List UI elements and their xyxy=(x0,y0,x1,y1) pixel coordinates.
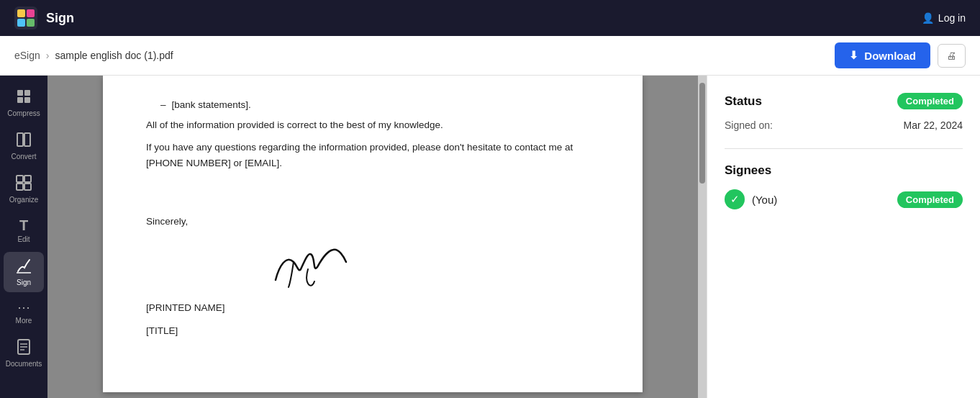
more-icon: ⋯ xyxy=(17,301,30,314)
signature-area: Sincerely, [PRINTED NAME] [TITLE] xyxy=(146,214,599,338)
breadcrumb: eSign › sample english doc (1).pdf xyxy=(14,50,173,61)
sidebar-item-sign[interactable]: Sign xyxy=(4,252,44,292)
svg-rect-7 xyxy=(24,176,31,182)
signees-label: Signees xyxy=(725,163,963,178)
breadcrumb-parent[interactable]: eSign xyxy=(14,50,40,61)
compress-label: Compress xyxy=(7,109,40,117)
logo-q1 xyxy=(17,9,25,17)
signed-on-label: Signed on: xyxy=(725,119,773,131)
main-area: Compress Convert Organize T Edit Sign ⋯ xyxy=(0,76,980,398)
signee-row: ✓ (You) Completed xyxy=(725,189,963,209)
scrollbar-thumb[interactable] xyxy=(699,83,705,184)
compress-icon xyxy=(16,89,32,107)
svg-rect-8 xyxy=(17,184,23,190)
app-logo xyxy=(14,6,37,30)
status-badge: Completed xyxy=(897,93,963,109)
signed-on-row: Signed on: Mar 22, 2024 xyxy=(725,119,963,131)
document-area[interactable]: – [bank statements]. All of the informat… xyxy=(47,76,698,398)
app-title: Sign xyxy=(46,11,74,26)
documents-label: Documents xyxy=(6,360,42,368)
bullet-text: [bank statements]. xyxy=(172,97,251,113)
breadcrumb-separator: › xyxy=(46,50,50,61)
signee-check-icon: ✓ xyxy=(725,189,745,209)
sign-label: Sign xyxy=(17,279,31,286)
svg-rect-6 xyxy=(17,176,23,182)
status-section: Status Completed Signed on: Mar 22, 2024 xyxy=(725,93,963,131)
download-icon: ⬇ xyxy=(849,49,858,62)
status-row: Status Completed xyxy=(725,93,963,109)
sidebar-item-edit[interactable]: T Edit xyxy=(4,212,44,249)
svg-rect-1 xyxy=(24,90,30,96)
signature-image xyxy=(261,237,355,294)
doc-para2: If you have any questions regarding the … xyxy=(146,140,599,171)
svg-rect-5 xyxy=(24,133,30,146)
breadcrumb-bar: eSign › sample english doc (1).pdf ⬇ Dow… xyxy=(0,36,980,76)
document-content: – [bank statements]. All of the informat… xyxy=(146,97,599,338)
sidebar-item-more[interactable]: ⋯ More xyxy=(4,295,44,330)
topbar: Sign 👤 Log in xyxy=(0,0,980,36)
topbar-right: 👤 Log in xyxy=(922,12,966,24)
print-button[interactable]: 🖨 xyxy=(938,44,966,68)
sidebar-item-compress[interactable]: Compress xyxy=(4,83,44,123)
doc-para1: All of the information provided is corre… xyxy=(146,117,599,133)
status-label: Status xyxy=(725,94,762,109)
signed-on-date: Mar 22, 2024 xyxy=(904,119,963,131)
sidebar-item-organize[interactable]: Organize xyxy=(4,169,44,209)
logo-q2 xyxy=(27,9,35,17)
sidebar-item-documents[interactable]: Documents xyxy=(4,333,44,374)
convert-icon xyxy=(16,132,32,150)
edit-icon: T xyxy=(19,218,28,232)
breadcrumb-current: sample english doc (1).pdf xyxy=(55,50,173,61)
print-icon: 🖨 xyxy=(947,50,956,61)
signee-left: ✓ (You) xyxy=(725,189,777,209)
organize-icon xyxy=(16,175,32,193)
logo-q4 xyxy=(27,19,35,27)
svg-rect-4 xyxy=(17,133,23,146)
edit-label: Edit xyxy=(17,235,30,243)
svg-rect-0 xyxy=(17,90,23,96)
scrollbar-track[interactable] xyxy=(698,76,707,398)
sidebar: Compress Convert Organize T Edit Sign ⋯ xyxy=(0,76,47,398)
bullet-arrow: – xyxy=(160,97,166,113)
organize-label: Organize xyxy=(9,196,39,204)
svg-rect-3 xyxy=(24,97,30,103)
signee-badge: Completed xyxy=(897,191,963,208)
more-label: More xyxy=(16,317,32,325)
doc-sincerely: Sincerely, xyxy=(146,214,599,230)
bullet-item: – [bank statements]. xyxy=(160,97,599,113)
breadcrumb-actions: ⬇ Download 🖨 xyxy=(835,42,966,68)
logo-q3 xyxy=(17,19,25,27)
signees-section: Signees ✓ (You) Completed xyxy=(725,163,963,209)
right-panel: Status Completed Signed on: Mar 22, 2024… xyxy=(707,76,980,398)
convert-label: Convert xyxy=(11,153,36,160)
svg-rect-9 xyxy=(24,184,31,190)
download-button[interactable]: ⬇ Download xyxy=(835,42,930,68)
documents-icon xyxy=(17,339,31,357)
topbar-left: Sign xyxy=(14,6,74,30)
doc-printed-name: [PRINTED NAME] xyxy=(146,300,599,316)
panel-divider xyxy=(725,148,963,149)
sidebar-item-convert[interactable]: Convert xyxy=(4,126,44,166)
user-icon: 👤 xyxy=(922,12,934,24)
doc-title: [TITLE] xyxy=(146,323,599,339)
sign-icon xyxy=(16,258,32,276)
svg-rect-2 xyxy=(17,97,23,103)
login-button[interactable]: 👤 Log in xyxy=(922,12,966,24)
signee-name: (You) xyxy=(752,194,777,206)
document-page: – [bank statements]. All of the informat… xyxy=(103,76,643,392)
